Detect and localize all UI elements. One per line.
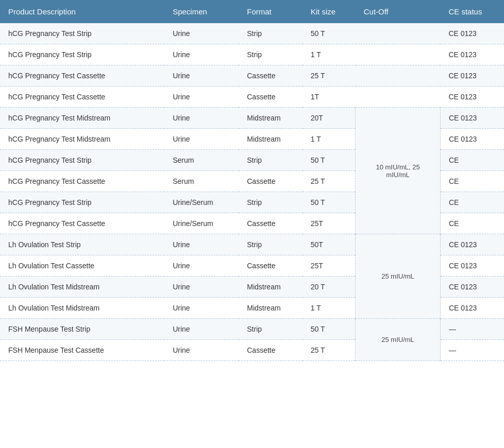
table-row: hCG Pregnancy Test MidstreamUrineMidstre…: [0, 108, 504, 129]
cell-product: Lh Ovulation Test Strip: [0, 234, 164, 255]
cell-specimen: Urine: [164, 44, 239, 65]
header-format: Format: [239, 0, 303, 23]
cell-specimen: Urine: [164, 277, 239, 298]
cell-cutoff: 25 mIU/mL: [356, 319, 441, 361]
cell-format: Strip: [239, 319, 303, 340]
cell-product: hCG Pregnancy Test Strip: [0, 23, 164, 44]
cell-cestatus: CE 0123: [440, 87, 504, 108]
cell-kitsize: 25T: [303, 213, 356, 234]
cell-format: Midstream: [239, 277, 303, 298]
cell-kitsize: 20 T: [303, 277, 356, 298]
cell-format: Cassette: [239, 65, 303, 87]
cell-cestatus: CE 0123: [440, 234, 504, 255]
cell-product: hCG Pregnancy Test Cassette: [0, 87, 164, 108]
cell-format: Cassette: [239, 340, 303, 361]
cell-specimen: Urine: [164, 255, 239, 277]
cell-specimen: Urine: [164, 87, 239, 108]
cell-cestatus: CE 0123: [440, 277, 504, 298]
cell-kitsize: 25T: [303, 255, 356, 277]
cell-specimen: Urine: [164, 340, 239, 361]
cell-kitsize: 50 T: [303, 319, 356, 340]
cell-specimen: Urine: [164, 65, 239, 87]
cell-kitsize: 20T: [303, 108, 356, 129]
table-row: hCG Pregnancy Test CassetteUrineCassette…: [0, 65, 504, 87]
cell-format: Cassette: [239, 171, 303, 192]
cell-product: Lh Ovulation Test Midstream: [0, 298, 164, 319]
cell-cestatus: CE: [440, 150, 504, 171]
cell-product: hCG Pregnancy Test Cassette: [0, 213, 164, 234]
header-cutoff: Cut-Off: [356, 0, 441, 23]
cell-cutoff: [356, 65, 441, 87]
cell-specimen: Urine/Serum: [164, 192, 239, 213]
cell-specimen: Urine: [164, 298, 239, 319]
cell-format: Midstream: [239, 298, 303, 319]
cell-product: FSH Menpause Test Cassette: [0, 340, 164, 361]
cell-product: hCG Pregnancy Test Strip: [0, 192, 164, 213]
cell-format: Cassette: [239, 255, 303, 277]
cell-cestatus: —: [440, 319, 504, 340]
cell-cestatus: CE: [440, 213, 504, 234]
cell-format: Midstream: [239, 129, 303, 150]
cell-product: FSH Menpause Test Strip: [0, 319, 164, 340]
cell-cutoff: 25 mIU/mL: [356, 234, 441, 319]
cell-kitsize: 1 T: [303, 44, 356, 65]
cell-specimen: Serum: [164, 150, 239, 171]
cell-kitsize: 1 T: [303, 129, 356, 150]
cell-specimen: Serum: [164, 171, 239, 192]
cell-cutoff: [356, 23, 441, 44]
header-product: Product Description: [0, 0, 164, 23]
cell-format: Midstream: [239, 108, 303, 129]
cell-product: hCG Pregnancy Test Midstream: [0, 129, 164, 150]
cell-kitsize: 25 T: [303, 340, 356, 361]
cell-cestatus: CE 0123: [440, 255, 504, 277]
cell-format: Strip: [239, 234, 303, 255]
cell-cestatus: CE: [440, 192, 504, 213]
cell-cutoff: [356, 87, 441, 108]
product-table: Product Description Specimen Format Kit …: [0, 0, 504, 361]
cell-product: hCG Pregnancy Test Strip: [0, 150, 164, 171]
cell-cestatus: CE 0123: [440, 108, 504, 129]
table-row: hCG Pregnancy Test StripUrineStrip1 TCE …: [0, 44, 504, 65]
cell-specimen: Urine: [164, 129, 239, 150]
cell-kitsize: 50T: [303, 234, 356, 255]
cell-cestatus: CE 0123: [440, 44, 504, 65]
cell-format: Strip: [239, 23, 303, 44]
cell-cestatus: CE: [440, 171, 504, 192]
cell-format: Strip: [239, 44, 303, 65]
cell-specimen: Urine: [164, 23, 239, 44]
cell-kitsize: 1 T: [303, 298, 356, 319]
cell-product: Lh Ovulation Test Cassette: [0, 255, 164, 277]
cell-product: hCG Pregnancy Test Midstream: [0, 108, 164, 129]
cell-cestatus: CE 0123: [440, 129, 504, 150]
cell-product: hCG Pregnancy Test Cassette: [0, 65, 164, 87]
cell-kitsize: 50 T: [303, 192, 356, 213]
header-specimen: Specimen: [164, 0, 239, 23]
table-row: hCG Pregnancy Test StripUrineStrip50 TCE…: [0, 23, 504, 44]
table-row: hCG Pregnancy Test CassetteUrineCassette…: [0, 87, 504, 108]
cell-specimen: Urine: [164, 234, 239, 255]
cell-cestatus: —: [440, 340, 504, 361]
cell-specimen: Urine: [164, 319, 239, 340]
cell-product: hCG Pregnancy Test Strip: [0, 44, 164, 65]
cell-cutoff: 10 mIU/mL, 25 mIU/mL: [356, 108, 441, 234]
table-header-row: Product Description Specimen Format Kit …: [0, 0, 504, 23]
header-cestatus: CE status: [440, 0, 504, 23]
cell-product: Lh Ovulation Test Midstream: [0, 277, 164, 298]
cell-product: hCG Pregnancy Test Cassette: [0, 171, 164, 192]
cell-kitsize: 50 T: [303, 150, 356, 171]
table-row: FSH Menpause Test StripUrineStrip50 T25 …: [0, 319, 504, 340]
cell-kitsize: 25 T: [303, 171, 356, 192]
cell-kitsize: 50 T: [303, 23, 356, 44]
cell-kitsize: 25 T: [303, 65, 356, 87]
cell-cestatus: CE 0123: [440, 298, 504, 319]
cell-format: Strip: [239, 192, 303, 213]
cell-cutoff: [356, 44, 441, 65]
cell-format: Cassette: [239, 213, 303, 234]
cell-specimen: Urine/Serum: [164, 213, 239, 234]
cell-format: Cassette: [239, 87, 303, 108]
cell-specimen: Urine: [164, 108, 239, 129]
cell-format: Strip: [239, 150, 303, 171]
header-kitsize: Kit size: [303, 0, 356, 23]
cell-cestatus: CE 0123: [440, 65, 504, 87]
table-row: Lh Ovulation Test StripUrineStrip50T25 m…: [0, 234, 504, 255]
